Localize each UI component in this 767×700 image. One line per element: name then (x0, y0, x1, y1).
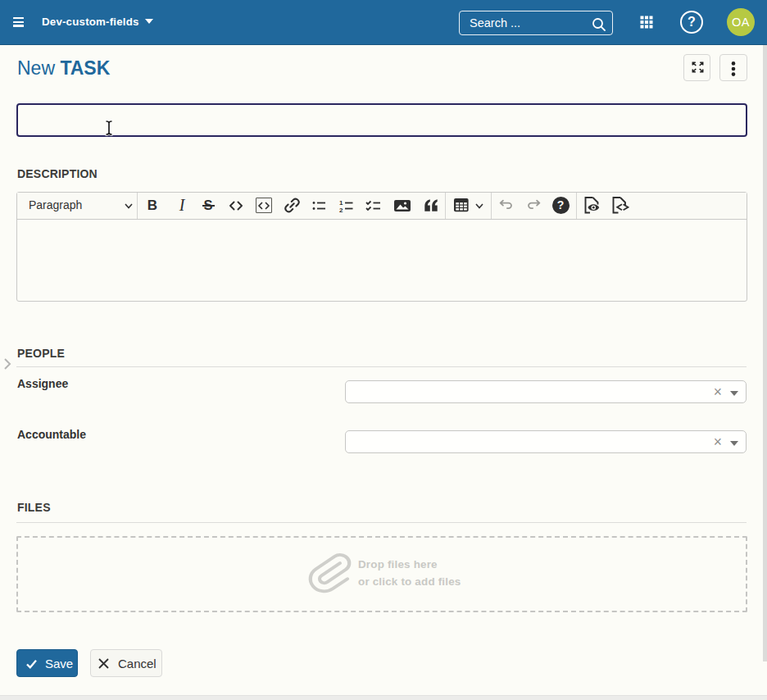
svg-text:2: 2 (339, 206, 343, 213)
